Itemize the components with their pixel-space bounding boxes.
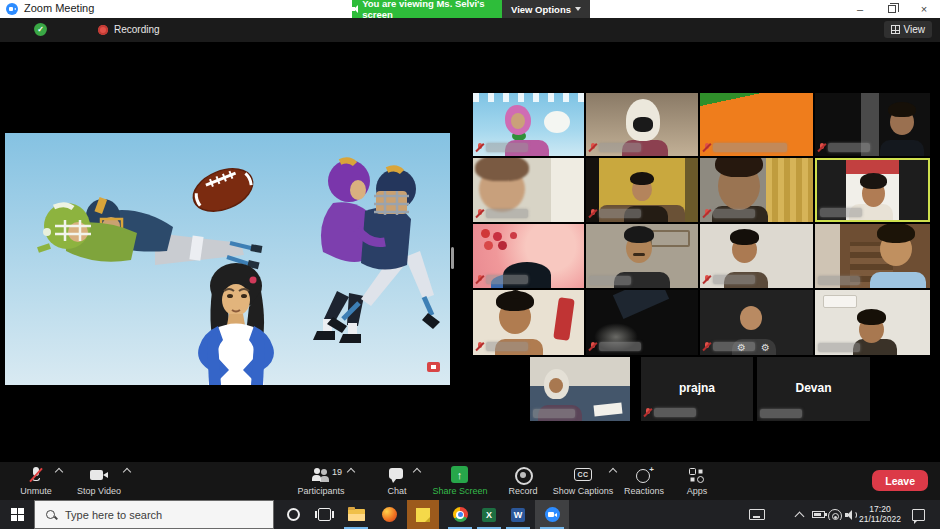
meeting-main-area: ⚙ ⚙prajnaDevan xyxy=(0,42,940,462)
participant-tile[interactable] xyxy=(815,93,930,156)
participant-tile[interactable] xyxy=(473,93,584,156)
toolbar-button-unmute[interactable]: Unmute xyxy=(8,462,64,500)
encryption-shield-icon[interactable]: ✓ xyxy=(34,23,47,36)
participant-name-tag xyxy=(589,142,641,153)
taskbar-app-cortana[interactable] xyxy=(278,500,308,529)
chevron-up-icon[interactable] xyxy=(55,468,63,476)
chevron-up-icon[interactable] xyxy=(123,468,131,476)
participant-tile[interactable]: prajna xyxy=(641,357,753,421)
task-view-icon xyxy=(318,508,331,521)
tray-touch-keyboard[interactable] xyxy=(744,500,770,529)
taskbar-app-word[interactable]: W xyxy=(504,500,532,529)
tray-chevron-up[interactable] xyxy=(790,500,808,529)
toolbar-button-show-captions[interactable]: CCShow Captions xyxy=(548,462,618,500)
taskbar-clock[interactable]: 17:20 21/11/2022 xyxy=(852,504,908,524)
taskbar-app-firefox[interactable] xyxy=(374,500,404,529)
participant-tile[interactable] xyxy=(700,93,813,156)
muted-mic-icon xyxy=(644,407,651,418)
cortana-icon xyxy=(287,508,300,521)
battery-icon xyxy=(812,511,825,518)
participant-name-blurred xyxy=(818,343,860,352)
taskbar-app-chrome[interactable] xyxy=(446,500,474,529)
taskbar-search-input[interactable]: Type here to search xyxy=(34,500,274,529)
chevron-up-icon[interactable] xyxy=(413,468,421,476)
participant-name-tag xyxy=(760,409,802,418)
toolbar-button-reactions[interactable]: +Reactions xyxy=(618,462,670,500)
muted-mic-icon xyxy=(703,142,710,153)
participant-tile[interactable] xyxy=(530,357,630,421)
record-icon xyxy=(514,467,532,483)
participant-name-blurred xyxy=(589,276,631,285)
search-icon xyxy=(45,509,57,521)
action-center-button[interactable] xyxy=(905,500,931,529)
participant-name-blurred xyxy=(820,208,862,217)
chevron-up-icon xyxy=(794,511,804,521)
participant-tile[interactable] xyxy=(473,290,584,355)
leave-button[interactable]: Leave xyxy=(872,470,928,491)
unmute-icon xyxy=(27,467,45,483)
chat-icon xyxy=(388,467,406,483)
view-layout-button[interactable]: View xyxy=(884,21,933,38)
minimize-button[interactable]: – xyxy=(844,0,876,18)
toolbar-button-share-screen[interactable]: ↑Share Screen xyxy=(424,462,496,500)
window-title: Zoom Meeting xyxy=(24,2,94,14)
participant-tile[interactable] xyxy=(586,93,698,156)
toolbar-button-chat[interactable]: Chat xyxy=(372,462,422,500)
muted-mic-icon xyxy=(703,341,710,352)
taskbar-app-sticky-notes[interactable] xyxy=(407,500,439,529)
participant-tile[interactable] xyxy=(473,224,584,288)
muted-mic-icon xyxy=(589,142,596,153)
taskbar-app-excel[interactable]: X xyxy=(475,500,503,529)
muted-mic-icon xyxy=(476,274,483,285)
start-button[interactable] xyxy=(0,500,34,529)
taskbar-app-zoom[interactable] xyxy=(535,500,569,529)
participant-tile[interactable] xyxy=(700,158,813,222)
file-explorer-icon xyxy=(348,509,365,521)
screen-share-banner: You are viewing Ms. Selvi's screen xyxy=(352,0,502,18)
wifi-icon xyxy=(828,509,842,520)
taskbar-app-file-explorer[interactable] xyxy=(341,500,371,529)
volume-icon xyxy=(845,510,857,520)
tray-battery[interactable] xyxy=(808,500,828,529)
close-button[interactable]: × xyxy=(908,0,940,18)
chevron-up-icon[interactable] xyxy=(609,468,617,476)
panel-resize-handle[interactable] xyxy=(451,247,454,269)
restore-button[interactable] xyxy=(876,0,908,18)
toolbar-button-stop-video[interactable]: Stop Video xyxy=(66,462,132,500)
participant-name-tag xyxy=(644,407,696,418)
participant-name-tag xyxy=(476,274,528,285)
chevron-up-icon[interactable] xyxy=(347,468,355,476)
toolbar-button-record[interactable]: Record xyxy=(498,462,548,500)
toolbar-button-apps[interactable]: Apps xyxy=(674,462,720,500)
participant-tile[interactable]: Devan xyxy=(757,357,870,421)
muted-mic-icon xyxy=(703,274,710,285)
participant-name-blurred xyxy=(486,143,528,152)
participant-tile[interactable] xyxy=(700,224,813,288)
participant-display-name: prajna xyxy=(641,381,753,395)
participant-tile[interactable] xyxy=(815,224,930,288)
tray-date: 21/11/2022 xyxy=(852,514,908,524)
participant-name-tag xyxy=(820,208,862,217)
participant-name-blurred xyxy=(818,276,860,285)
taskbar-app-task-view[interactable] xyxy=(309,500,339,529)
view-label: View xyxy=(904,24,926,35)
participant-tile[interactable] xyxy=(473,158,584,222)
participant-tile[interactable] xyxy=(586,290,698,355)
muted-mic-icon xyxy=(476,142,483,153)
view-options-button[interactable]: View Options xyxy=(502,0,590,18)
muted-mic-icon xyxy=(818,142,825,153)
muted-mic-icon xyxy=(703,208,710,219)
chrome-icon xyxy=(453,507,468,522)
tray-volume[interactable] xyxy=(842,500,860,529)
participant-tile[interactable]: ⚙ ⚙ xyxy=(700,290,813,355)
participant-name-blurred xyxy=(533,409,575,418)
participant-tile[interactable] xyxy=(815,290,930,355)
participant-tile[interactable] xyxy=(586,224,698,288)
windows-logo-icon xyxy=(11,508,24,521)
participant-name-tag xyxy=(589,341,641,352)
participant-tile[interactable] xyxy=(586,158,698,222)
recording-indicator-icon xyxy=(98,25,108,35)
gallery-grid-icon xyxy=(891,25,900,34)
participant-tile[interactable] xyxy=(815,158,930,222)
toolbar-button-participants[interactable]: Participants19 xyxy=(286,462,356,500)
